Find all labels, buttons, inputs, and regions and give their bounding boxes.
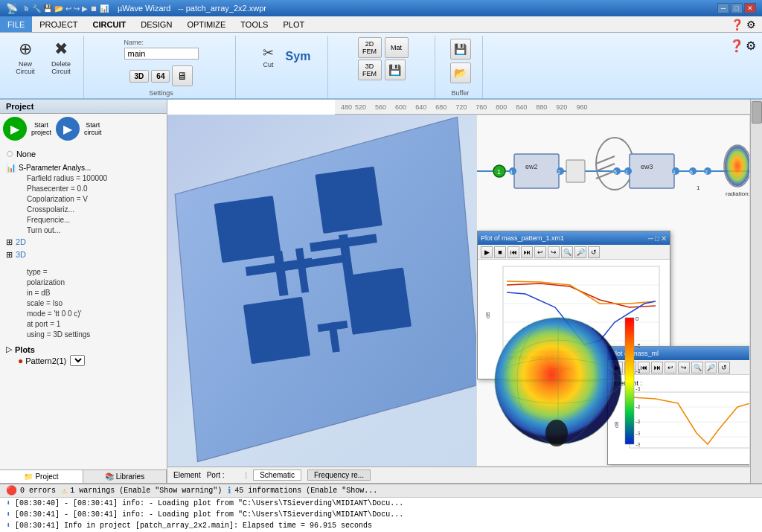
plot-1-btn-1[interactable]: ▶: [481, 246, 493, 258]
ribbon-name-field: Name:: [124, 36, 199, 63]
minimize-button[interactable]: ─: [717, 3, 729, 13]
plot-1-titlebar: Plot of mass_pattern_1.xm1 ─ □ ✕: [478, 231, 670, 245]
monitor-icon[interactable]: 🖥: [172, 65, 193, 86]
new-circuit-icon: ⊕: [19, 39, 32, 59]
start-project-button[interactable]: ▶: [3, 117, 27, 141]
ribbon: ⊕ New Circuit ✖ Delete Circuit Name: 3D …: [0, 33, 762, 100]
menu-project[interactable]: PROJECT: [32, 16, 85, 32]
mat-button[interactable]: Mat: [385, 37, 409, 58]
menu-circuit[interactable]: CIRCUIT: [86, 16, 134, 32]
start-circuit-button[interactable]: ▶: [56, 117, 80, 141]
sym-icon: Sym: [286, 50, 311, 63]
plot-1-close[interactable]: ✕: [661, 234, 667, 243]
svg-rect-2: [315, 167, 382, 234]
64-button[interactable]: 64: [151, 70, 170, 83]
svg-text:6: 6: [690, 170, 693, 175]
tree-item-none[interactable]: ○ None: [3, 145, 164, 162]
tab-schematic[interactable]: Schematic: [253, 469, 301, 481]
log-line-1: ⬇ [08:30:40] - [08:30:41] info: - Loadin…: [0, 498, 762, 509]
plot-1-btn-2[interactable]: ■: [494, 246, 506, 258]
plot-2-btn-8[interactable]: 🔎: [705, 362, 717, 374]
2d-fem-button[interactable]: 2DFEM: [358, 37, 382, 58]
settings-ribbon-icon[interactable]: ⚙: [746, 39, 756, 53]
ruler-mark-880: 880: [536, 103, 547, 111]
element-port-bar: Element Port : | Schematic Frequency re.…: [167, 467, 750, 483]
tab-frequency[interactable]: Frequency re...: [307, 469, 371, 481]
tree-item-sparam[interactable]: 📊 S-Parameter Analys...: [3, 162, 164, 173]
tab-libraries[interactable]: 📚 Libraries: [83, 470, 167, 483]
window-controls[interactable]: ─ □ ✕: [717, 3, 756, 13]
svg-text:-5: -5: [635, 342, 640, 349]
menu-plot[interactable]: PLOT: [275, 16, 312, 32]
circuit-name-input[interactable]: [124, 48, 199, 60]
plot-2-btn-5[interactable]: ↩: [665, 362, 676, 374]
patch-array-svg: 360: [167, 115, 480, 464]
plot-1-btn-4[interactable]: ⏭: [521, 246, 533, 258]
tree-item-pattern[interactable]: ● Pattern2(1) ▼: [3, 354, 164, 367]
new-circuit-button[interactable]: ⊕ New Circuit: [9, 36, 42, 79]
libraries-tab-icon: 📚: [105, 472, 114, 481]
sphere-container: 0 -5 -10 -15 -20 -25 -30 -35: [476, 310, 633, 459]
app-icon: 📡: [6, 3, 18, 14]
svg-point-44: [725, 146, 749, 186]
scroll-vertical[interactable]: [750, 100, 762, 483]
svg-rect-1: [214, 196, 281, 263]
start-circuit-label: Start: [84, 121, 102, 129]
menu-file[interactable]: FILE: [0, 16, 32, 32]
help-ribbon-icon[interactable]: ❓: [729, 39, 744, 53]
toolbar-icons: 🖱 🔧 💾 📂 ↩ ↪ ▶ ⏹ 📊: [22, 4, 109, 13]
plot-2-btn-4[interactable]: ⏭: [651, 362, 663, 374]
plot-1-btn-6[interactable]: ↪: [548, 246, 560, 258]
menu-optimize[interactable]: OPTIMIZE: [179, 16, 233, 32]
plot-2-btn-6[interactable]: ↪: [678, 362, 690, 374]
ruler-top: 480 520 560 600 640 680 720 760 800 840 …: [335, 100, 750, 115]
close-button[interactable]: ✕: [744, 3, 756, 13]
svg-point-66: [545, 420, 568, 446]
svg-text:-35: -35: [635, 441, 640, 448]
svg-text:0: 0: [635, 315, 639, 322]
3d-button[interactable]: 3D: [129, 70, 150, 83]
ruler-mark-600: 600: [395, 103, 406, 111]
menu-tools[interactable]: TOOLS: [233, 16, 275, 32]
svg-rect-25: [566, 160, 585, 182]
ribbon-group-cut-sym: ✂ Cut Sym: [239, 36, 328, 98]
menu-design[interactable]: DESIGN: [133, 16, 179, 32]
tab-project[interactable]: 📁 Project: [0, 470, 83, 483]
tree-3d-expand[interactable]: ⊞: [6, 250, 13, 260]
plot-2-btn-7[interactable]: 🔍: [691, 362, 703, 374]
sym-button[interactable]: Sym: [285, 39, 312, 74]
sparam-label: S-Parameter Analys...: [19, 164, 91, 172]
info-count: 45 informations (Enable "Show...: [234, 487, 377, 495]
save-button[interactable]: 💾: [385, 60, 406, 80]
plot-2-btn-9[interactable]: ↺: [718, 362, 730, 374]
maximize-button[interactable]: □: [731, 3, 743, 13]
bottom-param-type: type =: [3, 267, 164, 278]
buffer-load-button[interactable]: 📂: [450, 63, 471, 83]
pattern-select[interactable]: ▼: [70, 355, 85, 366]
plot-1-btn-8[interactable]: 🔎: [574, 246, 586, 258]
3d-view: 360: [167, 115, 480, 479]
delete-circuit-icon: ✖: [54, 39, 68, 59]
ruler-mark-760: 760: [476, 103, 487, 111]
ruler-marks: 480 520 560 600 640 680 720 760 800 840 …: [335, 103, 750, 111]
delete-circuit-button[interactable]: ✖ Delete Circuit: [45, 36, 77, 79]
tree-2d-expand[interactable]: ⊞: [6, 237, 13, 247]
cut-button[interactable]: ✂ Cut: [255, 39, 282, 74]
svg-rect-54: [630, 392, 750, 448]
help-icon[interactable]: ❓: [731, 19, 743, 31]
log-line-2: ⬇ [08:30:41] - [08:30:41] info: - Loadin…: [0, 509, 762, 520]
svg-text:-10: -10: [635, 368, 640, 374]
plot-1-btn-5[interactable]: ↩: [534, 246, 546, 258]
svg-text:1: 1: [497, 168, 501, 176]
plot-1-btn-7[interactable]: 🔍: [561, 246, 573, 258]
settings-menu-icon[interactable]: ⚙: [746, 19, 756, 31]
buffer-save-button[interactable]: 💾: [450, 39, 471, 60]
plot-1-min[interactable]: ─: [648, 234, 653, 243]
plot-1-max[interactable]: □: [655, 234, 659, 243]
info-icon: ℹ: [228, 485, 231, 496]
plots-expand[interactable]: ▷: [6, 344, 12, 354]
param-turnout: Turn out...: [3, 225, 164, 236]
plot-1-btn-3[interactable]: ⏮: [508, 246, 519, 258]
3d-fem-button[interactable]: 3DFEM: [358, 60, 382, 80]
plot-1-btn-9[interactable]: ↺: [588, 246, 600, 258]
